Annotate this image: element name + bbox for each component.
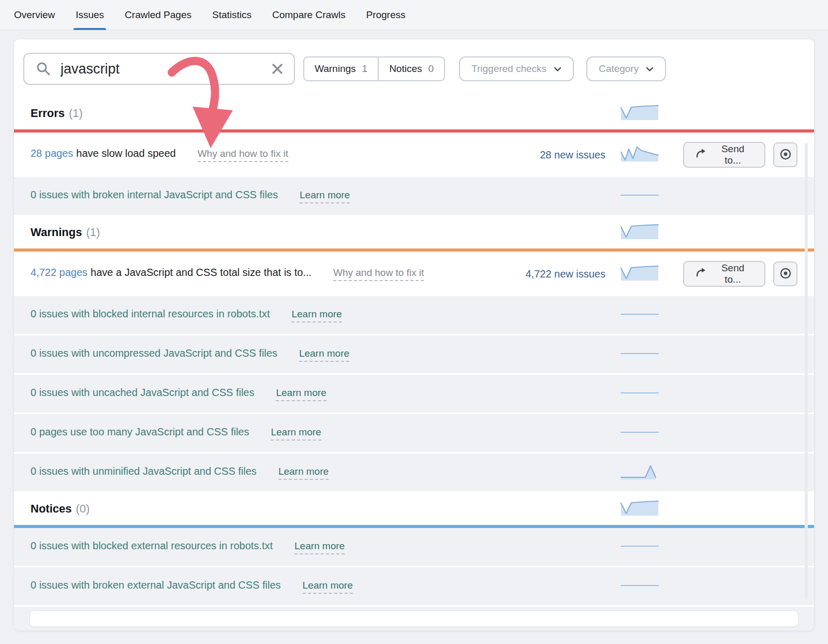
- section-warnings: Warnings(1)4,722 pageshave a JavaScript …: [14, 216, 814, 491]
- why-how-to-fix-link[interactable]: Why and how to fix it: [333, 267, 424, 281]
- learn-more-link[interactable]: Learn more: [303, 580, 353, 594]
- share-arrow-icon: [696, 149, 706, 161]
- filter-warnings[interactable]: Warnings1: [304, 57, 378, 80]
- zero-issue-row: 0 issues with unminified JavaScript and …: [14, 453, 814, 491]
- share-arrow-icon: [696, 268, 706, 280]
- tab-compare-crawls[interactable]: Compare Crawls: [272, 0, 345, 30]
- sparkline-chart: [619, 537, 660, 557]
- issues-panel: Warnings1Notices0 Triggered checksCatego…: [14, 39, 814, 631]
- section-title: Errors: [31, 107, 65, 120]
- section-count: (0): [76, 502, 90, 515]
- issue-row: 4,722 pageshave a JavaScript and CSS tot…: [14, 252, 814, 296]
- section-title: Warnings: [31, 226, 82, 239]
- learn-more-link[interactable]: Learn more: [299, 348, 349, 362]
- zero-issue-text: 0 issues with uncompressed JavaScript an…: [31, 347, 277, 359]
- send-to-label: Send to...: [713, 262, 753, 285]
- tab-overview[interactable]: Overview: [14, 0, 55, 30]
- dropdown-triggered-checks[interactable]: Triggered checks: [459, 56, 574, 81]
- learn-more-link[interactable]: Learn more: [278, 466, 329, 480]
- sparkline-chart: [619, 305, 660, 325]
- pages-link[interactable]: 28 pages: [31, 148, 73, 159]
- dropdown-label: Category: [599, 63, 639, 75]
- dropdown-label: Triggered checks: [471, 63, 546, 75]
- new-issues-link[interactable]: 4,722 new issues: [525, 268, 605, 280]
- sparkline-chart: [619, 104, 660, 123]
- sparkline-chart: [619, 384, 660, 404]
- section-count: (1): [86, 226, 100, 239]
- pages-link[interactable]: 4,722 pages: [31, 267, 87, 279]
- send-to-button[interactable]: Send to...: [683, 261, 765, 287]
- section-notices: Notices(0)0 issues with blocked external…: [14, 493, 814, 605]
- issue-row: 28 pageshave slow load speedWhy and how …: [14, 133, 814, 177]
- send-to-label: Send to...: [713, 143, 753, 166]
- issue-text: have a JavaScript and CSS total size tha…: [91, 267, 312, 279]
- section-header-warnings: Warnings(1): [14, 216, 814, 248]
- learn-more-link[interactable]: Learn more: [276, 387, 326, 401]
- zero-issue-row: 0 issues with broken internal JavaScript…: [14, 177, 814, 215]
- vertical-scrollbar[interactable]: [805, 143, 808, 599]
- learn-more-link[interactable]: Learn more: [294, 540, 345, 554]
- zero-issue-text: 0 issues with blocked external resources…: [31, 540, 273, 552]
- dropdown-category[interactable]: Category: [586, 56, 666, 81]
- section-title: Notices: [31, 502, 71, 515]
- filter-count: 1: [362, 63, 368, 75]
- issue-text: have slow load speed: [76, 148, 175, 159]
- zero-issue-text: 0 issues with broken internal JavaScript…: [31, 189, 278, 201]
- chevron-down-icon: [646, 63, 654, 75]
- section-errors: Errors(1)28 pageshave slow load speedWhy…: [14, 97, 814, 215]
- filters-toolbar: Warnings1Notices0 Triggered checksCatego…: [14, 39, 814, 97]
- zero-issue-row: 0 pages use too many JavaScript and CSS …: [14, 414, 814, 452]
- zero-issue-row: 0 issues with blocked external resources…: [14, 528, 814, 566]
- zero-issue-row: 0 issues with uncompressed JavaScript an…: [14, 335, 814, 373]
- magnifier-icon: [36, 61, 51, 77]
- sparkline-chart: [619, 499, 660, 519]
- filter-label: Warnings: [315, 63, 356, 75]
- chevron-down-icon: [554, 63, 561, 75]
- sparkline-chart: [619, 186, 660, 206]
- section-count: (1): [69, 107, 83, 120]
- zero-issue-text: 0 issues with broken external JavaScript…: [31, 579, 281, 591]
- filter-notices[interactable]: Notices0: [378, 57, 444, 80]
- zero-issue-text: 0 issues with unminified JavaScript and …: [31, 465, 257, 477]
- zero-issue-row: 0 issues with broken external JavaScript…: [14, 567, 814, 605]
- eye-icon: [779, 148, 792, 163]
- watch-button[interactable]: [773, 142, 797, 167]
- tab-issues[interactable]: Issues: [76, 0, 104, 30]
- learn-more-link[interactable]: Learn more: [271, 427, 321, 441]
- section-header-notices: Notices(0): [14, 493, 814, 525]
- tab-crawled-pages[interactable]: Crawled Pages: [125, 0, 191, 30]
- tab-statistics[interactable]: Statistics: [212, 0, 252, 30]
- filter-count: 0: [428, 63, 434, 75]
- new-issues-link[interactable]: 28 new issues: [540, 149, 605, 160]
- zero-issue-text: 0 issues with blocked internal resources…: [31, 308, 270, 320]
- tab-progress[interactable]: Progress: [366, 0, 405, 30]
- section-header-errors: Errors(1): [14, 97, 814, 129]
- search-input[interactable]: [61, 61, 271, 77]
- zero-issue-row: 0 issues with blocked internal resources…: [14, 296, 814, 334]
- zero-issue-text: 0 issues with uncached JavaScript and CS…: [31, 387, 254, 399]
- sparkline-chart: [619, 463, 660, 482]
- issue-search-box[interactable]: [23, 53, 295, 85]
- sparkline-chart: [619, 223, 660, 242]
- site-audit-tabs: OverviewIssuesCrawled PagesStatisticsCom…: [0, 0, 828, 30]
- card-footer: [14, 607, 814, 631]
- sparkline-chart: [619, 423, 660, 443]
- clear-icon[interactable]: [271, 63, 284, 75]
- filter-label: Notices: [389, 63, 422, 75]
- zero-issue-text: 0 pages use too many JavaScript and CSS …: [31, 426, 249, 438]
- send-to-button[interactable]: Send to...: [683, 142, 765, 168]
- why-how-to-fix-link[interactable]: Why and how to fix it: [198, 148, 288, 162]
- learn-more-link[interactable]: Learn more: [291, 309, 342, 323]
- zero-issue-row: 0 issues with uncached JavaScript and CS…: [14, 375, 814, 413]
- severity-filter-group: Warnings1Notices0: [303, 56, 445, 81]
- sparkline-chart: [619, 345, 660, 364]
- watch-button[interactable]: [773, 261, 797, 286]
- sparkline-chart: [619, 577, 660, 596]
- horizontal-scrollbar[interactable]: [29, 610, 799, 627]
- sparkline-chart: [619, 264, 660, 284]
- sparkline-chart: [619, 145, 660, 165]
- eye-icon: [779, 267, 792, 282]
- learn-more-link[interactable]: Learn more: [300, 189, 350, 203]
